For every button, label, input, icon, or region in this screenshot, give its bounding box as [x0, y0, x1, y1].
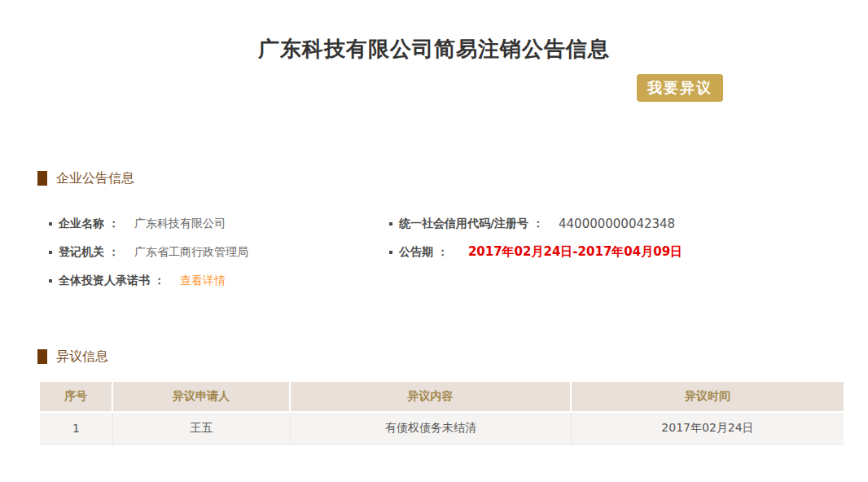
objection-button-row: 我要异议 [0, 74, 868, 102]
credit-code-label: 统一社会信用代码/注册号 ： [389, 217, 544, 231]
applicant-cell: 王五 [113, 413, 291, 445]
serial-cell: 1 [40, 413, 113, 445]
table-header-row: 序号 异议申请人 异议内容 异议时间 [40, 382, 844, 413]
section-marker-icon [37, 171, 47, 186]
objection-button[interactable]: 我要异议 [637, 74, 723, 102]
header-applicant: 异议申请人 [113, 382, 291, 413]
objection-section-title: 异议信息 [56, 348, 108, 365]
registration-authority-value: 广东省工商行政管理局 [134, 245, 248, 260]
field-credit-code: 统一社会信用代码/注册号 ： 440000000042348 [389, 217, 675, 231]
content-cell: 有债权债务未结清 [291, 413, 572, 445]
page-title: 广东科技有限公司简易注销公告信息 [0, 37, 868, 61]
registration-authority-label: 登记机关 ： [49, 245, 120, 260]
field-row: 登记机关 ： 广东省工商行政管理局 公告期 ： 2017年02月24日-2017… [49, 238, 868, 266]
objection-section: 异议信息 序号 异议申请人 异议内容 异议时间 1 王五 有债权债务未结清 20… [37, 348, 868, 445]
field-announcement-period: 公告期 ： 2017年02月24日-2017年04月09日 [389, 244, 682, 260]
view-details-link[interactable]: 查看详情 [180, 274, 226, 288]
field-row: 企业名称 ： 广东科技有限公司 统一社会信用代码/注册号 ： 440000000… [49, 209, 868, 238]
header-serial: 序号 [40, 382, 113, 413]
announcement-section: 企业公告信息 企业名称 ： 广东科技有限公司 统一社会信用代码/注册号 ： 44… [37, 170, 868, 295]
field-row: 全体投资人承诺书 ： 查看详情 [49, 266, 868, 295]
announcement-section-header: 企业公告信息 [37, 170, 868, 186]
objection-table: 序号 异议申请人 异议内容 异议时间 1 王五 有债权债务未结清 2017年02… [40, 382, 844, 445]
announcement-fields: 企业名称 ： 广东科技有限公司 统一社会信用代码/注册号 ： 440000000… [49, 209, 868, 295]
field-investor-commitment: 全体投资人承诺书 ： 查看详情 [49, 274, 389, 288]
announcement-section-title: 企业公告信息 [56, 170, 134, 186]
announcement-period-value: 2017年02月24日-2017年04月09日 [468, 244, 682, 260]
credit-code-value: 440000000042348 [559, 217, 675, 231]
company-name-value: 广东科技有限公司 [134, 217, 226, 231]
field-company-name: 企业名称 ： 广东科技有限公司 [49, 217, 389, 231]
header-time: 异议时间 [572, 382, 844, 413]
header-content: 异议内容 [291, 382, 572, 413]
section-marker-icon [37, 349, 47, 364]
announcement-period-label: 公告期 ： [389, 245, 449, 260]
time-cell: 2017年02月24日 [572, 413, 844, 445]
objection-section-header: 异议信息 [37, 348, 868, 365]
investor-commitment-label: 全体投资人承诺书 ： [49, 274, 165, 288]
table-row: 1 王五 有债权债务未结清 2017年02月24日 [40, 413, 844, 445]
company-name-label: 企业名称 ： [49, 217, 120, 231]
field-registration-authority: 登记机关 ： 广东省工商行政管理局 [49, 245, 389, 260]
